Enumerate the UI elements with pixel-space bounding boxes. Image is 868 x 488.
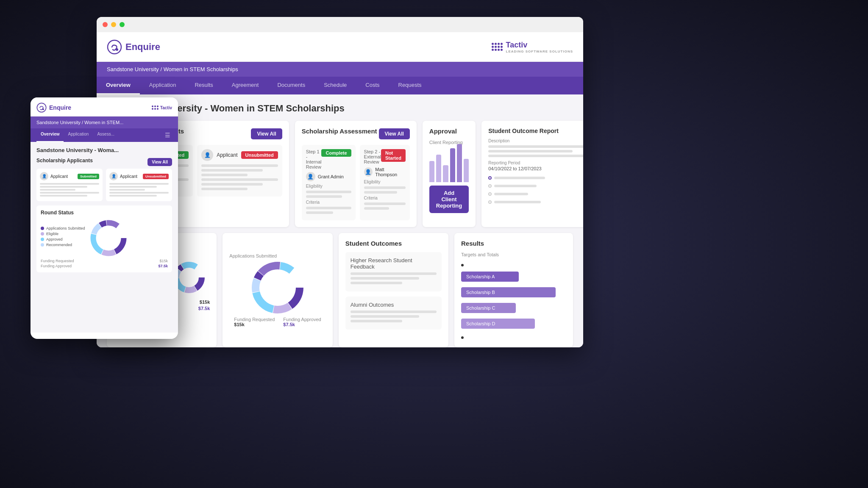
skeleton [109, 186, 157, 188]
skeleton [306, 207, 351, 209]
mobile-tactiv-text: Tactiv [160, 105, 172, 110]
mobile-tab-overview[interactable]: Overview [36, 128, 64, 142]
tab-documents[interactable]: Documents [268, 77, 314, 94]
approval-card: Approval Client Reporting Add Client Rep… [423, 121, 476, 227]
tab-requests[interactable]: Requests [389, 77, 431, 94]
tab-agreement[interactable]: Agreement [223, 77, 268, 94]
tab-costs[interactable]: Costs [356, 77, 389, 94]
skeleton [201, 174, 247, 176]
mobile-tab-assess[interactable]: Assess... [93, 128, 119, 142]
assessment-view-all-button[interactable]: View All [379, 128, 410, 139]
results-card: Results Targets and Totals Scholarship A… [454, 233, 573, 347]
tactiv-grid-icon [492, 43, 503, 51]
mobile-nav-menu-icon[interactable]: ☰ [163, 128, 172, 142]
outcome-item-1: Higher Research Student Feedback [345, 252, 442, 291]
skeleton [351, 277, 420, 280]
funding-requested-value: $15k [200, 299, 210, 305]
scholarship-assessment-title: Scholarship Assessment [302, 128, 377, 135]
skeleton [40, 195, 87, 197]
mobile-applicant-card-2: 👤 Applicant Unsubmitted [106, 169, 172, 201]
status-badge-unsubmitted: Unsubmitted [241, 151, 278, 159]
maximize-dot[interactable] [120, 22, 125, 27]
mobile-content: Sandstone University - Woma... Scholarsh… [31, 142, 178, 333]
skeleton [109, 195, 157, 197]
skeleton [40, 183, 99, 185]
applicants-view-all-button[interactable]: View All [251, 128, 282, 139]
student-outcomes-title: Student Outcomes [345, 240, 442, 247]
skeleton [494, 185, 537, 187]
mobile-applicant-name-1: Applicant [50, 174, 68, 179]
bar-4 [450, 148, 455, 182]
mobile-tab-application[interactable]: Application [64, 128, 93, 142]
mobile-funding-approved-label: Funding Approved [41, 264, 72, 268]
student-outcomes-card: Student Outcomes Higher Research Student… [339, 233, 448, 347]
skeleton [364, 202, 406, 205]
mobile-applicant-left-1: 👤 Applicant [40, 172, 68, 180]
outcome-title-2: Alumni Outcomes [351, 302, 437, 308]
svg-point-16 [42, 108, 44, 110]
mobile-round-status-section: Round Status Applications Submitted Elig… [36, 205, 172, 272]
mobile-round-status-body: Applications Submitted Eligible Approved… [41, 219, 168, 257]
mobile-view-all-button[interactable]: View All [147, 158, 172, 166]
mobile-tactiv-logo: Tactiv [152, 105, 172, 110]
tab-schedule[interactable]: Schedule [314, 77, 356, 94]
skeleton [488, 145, 583, 148]
bar-1 [429, 161, 434, 182]
mobile-legend-label-3: Recommended [46, 243, 72, 247]
window-titlebar [97, 17, 583, 32]
mobile-funding-requested-value: $15k [159, 259, 168, 263]
skeleton [494, 177, 545, 179]
applicant-name-2: Applicant [217, 152, 237, 158]
skeleton [351, 282, 402, 284]
svg-point-1 [116, 48, 118, 51]
results-footer [461, 333, 566, 341]
mobile-enquire-logo: Enquire [36, 103, 71, 113]
skeleton [364, 207, 389, 210]
assessment-step-1: Step 1 - Internal Review Complete 👤 Gran… [302, 145, 356, 220]
mobile-legend-label-0: Applications Submitted [46, 226, 85, 230]
mobile-tactiv-dot [157, 105, 159, 107]
mobile-status-badge-2: Unsubmitted [143, 174, 169, 179]
mobile-applicant-name-2: Applicant [120, 174, 137, 179]
skeleton [109, 192, 169, 194]
minimize-dot[interactable] [111, 22, 116, 27]
skeleton [351, 315, 420, 318]
step-2-reviewer-row: 👤 Matt Thompson [364, 167, 406, 177]
applicant-avatar-2: 👤 [201, 149, 213, 161]
enquire-logo-text: Enquire [125, 42, 160, 53]
outcome-title-1: Higher Research Student Feedback [351, 257, 437, 270]
step-2-criteria-label: Criteria [364, 196, 406, 200]
description-label: Description [488, 139, 583, 143]
skeleton [40, 186, 87, 188]
report-option-4 [488, 199, 583, 205]
mobile-funding-requested-row: Funding Requested $15k [41, 259, 168, 263]
radio-icon [488, 200, 492, 204]
radio-icon [488, 192, 492, 196]
approval-bar-chart [429, 148, 469, 182]
tab-application[interactable]: Application [140, 77, 186, 94]
step-1-eligibility-label: Eligibility [306, 184, 351, 189]
bar-5 [457, 144, 462, 182]
skeleton [364, 191, 398, 194]
tab-results[interactable]: Results [185, 77, 222, 94]
add-client-reporting-button[interactable]: Add Client Reporting [429, 186, 469, 213]
mobile-applicant-card-1: 👤 Applicant Submitted [36, 169, 103, 201]
mobile-legend-item-3: Recommended [41, 243, 85, 247]
student-outcomes-list: Higher Research Student Feedback Alumni … [345, 252, 442, 330]
mobile-applicant-left-2: 👤 Applicant [109, 172, 137, 180]
funding-appr-value-small: $7.5k [283, 322, 321, 327]
tactiv-subtitle: LEADING SOFTWARE SOLUTIONS [506, 50, 573, 53]
report-title: Student Outcome Report [488, 128, 583, 134]
scholarship-bar-a: Scholarship A [461, 272, 519, 282]
window-header: Enquire Tactiv LEADING SOFTWARE SOLUTION… [97, 32, 583, 62]
mobile-legend-item-2: Approved [41, 237, 85, 241]
results-bullet-2 [461, 336, 464, 339]
mobile-status-badge-1: Submitted [78, 174, 99, 179]
close-dot[interactable] [103, 22, 108, 27]
tab-overview[interactable]: Overview [97, 77, 140, 94]
breadcrumb-bar: Sandstone University / Women in STEM Sch… [97, 62, 583, 77]
funding-appr-label-small: Funding Approved [283, 317, 321, 322]
step-1-criteria-label: Criteria [306, 200, 351, 205]
reporting-period-value: 04/10/2022 to 12/07/2023 [488, 166, 583, 171]
mobile-applicant-row: 👤 Applicant Submitted 👤 Applicant [36, 169, 172, 201]
